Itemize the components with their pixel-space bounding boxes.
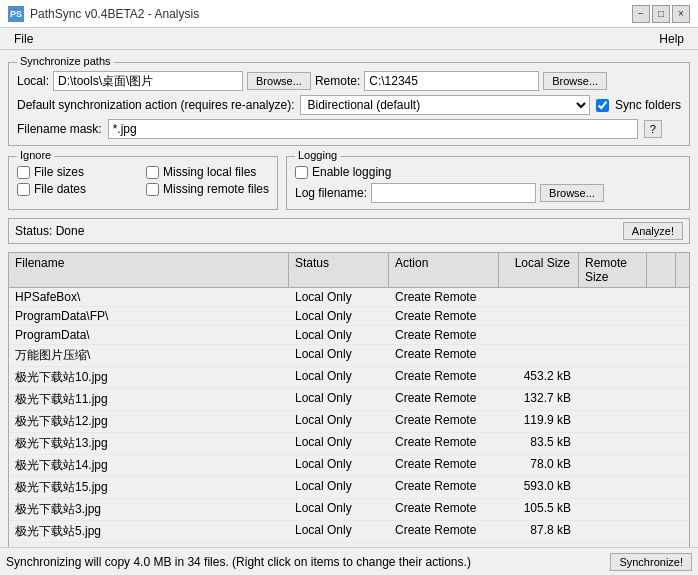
missing-remote-row: Missing remote files [146, 182, 269, 196]
log-browse-button[interactable]: Browse... [540, 184, 604, 202]
missing-local-row: Missing local files [146, 165, 269, 179]
maximize-button[interactable]: □ [652, 5, 670, 23]
sync-action-select[interactable]: Bidirectional (default) [300, 95, 590, 115]
table-row[interactable]: ProgramData\FP\ Local Only Create Remote [9, 307, 689, 326]
table-row[interactable]: 极光下载站5.jpg Local Only Create Remote 87.8… [9, 521, 689, 543]
table-row[interactable]: 极光下载站10.jpg Local Only Create Remote 453… [9, 367, 689, 389]
ignore-logging-row: Ignore File sizes Missing local files Fi… [8, 150, 690, 210]
col-remote-header[interactable]: Remote Size [579, 253, 647, 287]
remote-label: Remote: [315, 74, 360, 88]
cell-filename: 极光下载站11.jpg [9, 389, 289, 410]
missing-local-label: Missing local files [163, 165, 256, 179]
title-bar: PS PathSync v0.4BETA2 - Analysis − □ × [0, 0, 698, 28]
cell-remote-size [579, 389, 647, 410]
file-sizes-label: File sizes [34, 165, 84, 179]
table-row[interactable]: 极光下载站14.jpg Local Only Create Remote 78.… [9, 455, 689, 477]
bottom-info-text: Synchronizing will copy 4.0 MB in 34 fil… [6, 555, 471, 569]
filename-mask-label: Filename mask: [17, 122, 102, 136]
col-status-header[interactable]: Status [289, 253, 389, 287]
cell-local-size [499, 307, 579, 325]
cell-remote-size [579, 499, 647, 520]
filename-mask-input[interactable] [108, 119, 638, 139]
cell-status: Local Only [289, 307, 389, 325]
cell-local-size: 119.9 kB [499, 411, 579, 432]
cell-action: Create Remote [389, 345, 499, 366]
file-sizes-row: File sizes [17, 165, 138, 179]
sync-action-row: Default synchronization action (requires… [17, 95, 681, 115]
synchronize-button[interactable]: Synchronize! [610, 553, 692, 571]
analyze-button[interactable]: Analyze! [623, 222, 683, 240]
title-bar-controls: − □ × [632, 5, 690, 23]
col-filename-header[interactable]: Filename [9, 253, 289, 287]
title-bar-left: PS PathSync v0.4BETA2 - Analysis [8, 6, 199, 22]
file-dates-label: File dates [34, 182, 86, 196]
local-path-input[interactable] [53, 71, 243, 91]
table-row[interactable]: 极光下载站3.jpg Local Only Create Remote 105.… [9, 499, 689, 521]
log-filename-input[interactable] [371, 183, 536, 203]
missing-remote-checkbox[interactable] [146, 183, 159, 196]
browse-local-button[interactable]: Browse... [247, 72, 311, 90]
table-header-row: Filename Status Action Local Size Remote… [9, 253, 675, 288]
close-button[interactable]: × [672, 5, 690, 23]
logging-title: Logging [295, 149, 340, 161]
cell-remote-size [579, 288, 647, 306]
ignore-grid: File sizes Missing local files File date… [17, 165, 269, 196]
cell-action: Create Remote [389, 411, 499, 432]
cell-local-size: 453.2 kB [499, 367, 579, 388]
status-bar: Status: Done Analyze! [8, 218, 690, 244]
remote-path-input[interactable] [364, 71, 539, 91]
sync-paths-title: Synchronize paths [17, 55, 114, 67]
missing-remote-label: Missing remote files [163, 182, 269, 196]
cell-filename: 极光下载站15.jpg [9, 477, 289, 498]
sync-folders-checkbox[interactable] [596, 99, 609, 112]
minimize-button[interactable]: − [632, 5, 650, 23]
cell-remote-size [579, 326, 647, 344]
cell-action: Create Remote [389, 367, 499, 388]
bottom-bar: Synchronizing will copy 4.0 MB in 34 fil… [0, 547, 698, 575]
cell-action: Create Remote [389, 521, 499, 542]
enable-logging-row: Enable logging [295, 165, 681, 179]
cell-status: Local Only [289, 521, 389, 542]
cell-status: Local Only [289, 345, 389, 366]
table-row[interactable]: HPSafeBox\ Local Only Create Remote [9, 288, 689, 307]
logging-group: Logging Enable logging Log filename: Bro… [286, 156, 690, 210]
cell-local-size [499, 288, 579, 306]
cell-local-size: 78.0 kB [499, 455, 579, 476]
cell-local-size: 132.7 kB [499, 389, 579, 410]
menu-file[interactable]: File [8, 30, 39, 48]
cell-action: Create Remote [389, 307, 499, 325]
table-body[interactable]: HPSafeBox\ Local Only Create Remote Prog… [9, 288, 689, 575]
col-local-header[interactable]: Local Size [499, 253, 579, 287]
cell-filename: 万能图片压缩\ [9, 345, 289, 366]
cell-status: Local Only [289, 499, 389, 520]
cell-action: Create Remote [389, 477, 499, 498]
browse-remote-button[interactable]: Browse... [543, 72, 607, 90]
menu-help[interactable]: Help [653, 30, 690, 48]
file-sizes-checkbox[interactable] [17, 166, 30, 179]
cell-filename: ProgramData\ [9, 326, 289, 344]
cell-filename: 极光下载站3.jpg [9, 499, 289, 520]
table-row[interactable]: ProgramData\ Local Only Create Remote [9, 326, 689, 345]
help-button[interactable]: ? [644, 120, 662, 138]
table-header: Filename Status Action Local Size Remote… [9, 253, 689, 288]
cell-status: Local Only [289, 411, 389, 432]
cell-status: Local Only [289, 326, 389, 344]
cell-remote-size [579, 367, 647, 388]
table-row[interactable]: 极光下载站11.jpg Local Only Create Remote 132… [9, 389, 689, 411]
cell-local-size: 105.5 kB [499, 499, 579, 520]
cell-action: Create Remote [389, 288, 499, 306]
table-row[interactable]: 极光下载站15.jpg Local Only Create Remote 593… [9, 477, 689, 499]
missing-local-checkbox[interactable] [146, 166, 159, 179]
table-row[interactable]: 极光下载站13.jpg Local Only Create Remote 83.… [9, 433, 689, 455]
table-row[interactable]: 极光下载站12.jpg Local Only Create Remote 119… [9, 411, 689, 433]
log-filename-row: Log filename: Browse... [295, 183, 681, 203]
file-dates-checkbox[interactable] [17, 183, 30, 196]
cell-action: Create Remote [389, 389, 499, 410]
enable-logging-checkbox[interactable] [295, 166, 308, 179]
menu-bar: File Help [0, 28, 698, 50]
cell-filename: ProgramData\FP\ [9, 307, 289, 325]
col-action-header[interactable]: Action [389, 253, 499, 287]
table-row[interactable]: 万能图片压缩\ Local Only Create Remote [9, 345, 689, 367]
cell-status: Local Only [289, 288, 389, 306]
enable-logging-label: Enable logging [312, 165, 391, 179]
